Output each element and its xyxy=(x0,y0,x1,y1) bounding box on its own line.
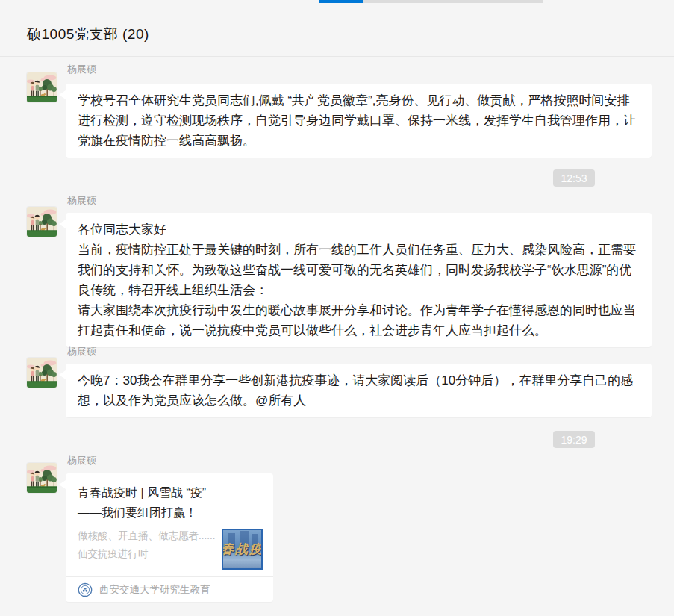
chat-title: 硕1005党支部 (20) xyxy=(27,25,149,44)
article-description: 做核酸、开直播、做志愿者......仙交抗疫进行时 xyxy=(78,527,218,563)
article-thumbnail: 春战疫 xyxy=(222,529,263,570)
sender-name: 杨展硕 xyxy=(67,345,96,358)
timestamp-badge: 19:29 xyxy=(553,431,595,448)
message-bubble: 今晚7：30我会在群里分享一些创新港抗疫事迹，请大家阅读后（10分钟后），在群里… xyxy=(66,364,652,417)
shared-article-card[interactable]: 青春战疫时 | 风雪战 “疫” ——我们要组团打赢！ 做核酸、开直播、做志愿者.… xyxy=(66,473,273,602)
header-divider xyxy=(0,56,674,57)
avatar[interactable] xyxy=(27,207,57,237)
avatar[interactable] xyxy=(27,463,57,493)
message-bubble: 各位同志大家好 当前，疫情防控正处于最关键的时刻，所有一线的工作人员们任务重、压… xyxy=(66,213,652,347)
article-source-row: 西安交通大学研究生教育 xyxy=(66,576,273,602)
avatar[interactable] xyxy=(27,358,57,388)
top-scroll-track xyxy=(363,0,543,3)
article-title: 青春战疫时 | 风雪战 “疫” ——我们要组团打赢！ xyxy=(78,482,261,523)
sender-name: 杨展硕 xyxy=(67,194,96,208)
thumbnail-calligraphy-text: 春战疫 xyxy=(222,541,263,558)
sender-name: 杨展硕 xyxy=(67,454,96,467)
timestamp-badge: 12:53 xyxy=(553,169,595,187)
sender-name: 杨展硕 xyxy=(67,63,96,76)
article-source: 西安交通大学研究生教育 xyxy=(99,583,210,597)
avatar[interactable] xyxy=(27,72,57,102)
top-scroll-indicator xyxy=(319,0,363,3)
university-seal-icon xyxy=(78,582,93,597)
message-bubble: 学校号召全体研究生党员同志们,佩戴 “共产党员徽章”,亮身份、见行动、做贡献，严… xyxy=(66,84,652,158)
